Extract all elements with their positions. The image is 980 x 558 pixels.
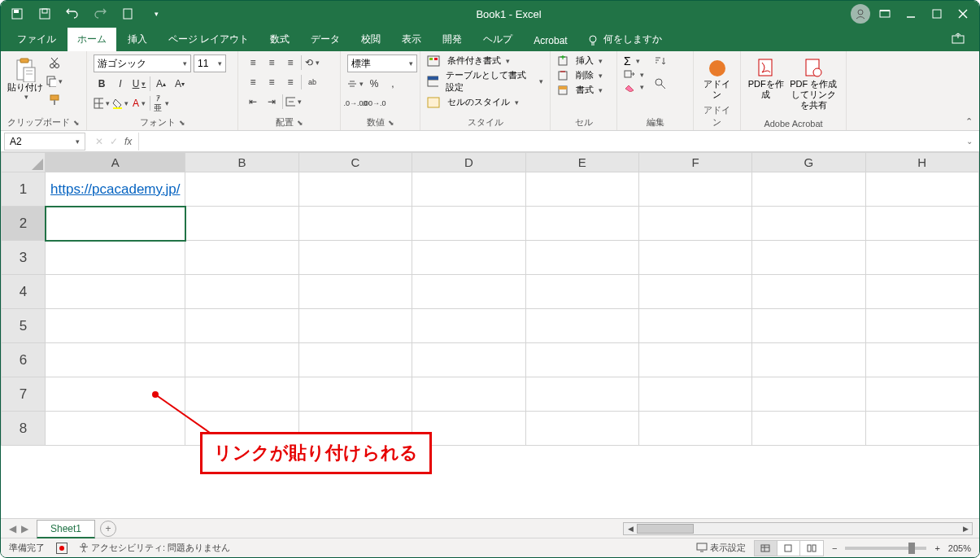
formula-confirm-button[interactable]: ✓	[110, 136, 118, 147]
cell-B1[interactable]	[185, 172, 298, 207]
name-box[interactable]: A2▾	[4, 133, 85, 150]
increase-decimal-button[interactable]: .0→.00	[347, 95, 364, 111]
underline-button[interactable]: U▾	[131, 76, 147, 92]
tab-home[interactable]: ホーム	[68, 28, 116, 51]
tab-view[interactable]: 表示	[392, 28, 431, 51]
horizontal-scrollbar[interactable]: ◀ ▶	[623, 522, 973, 535]
sheet-nav-next[interactable]: ▶	[21, 523, 28, 534]
decrease-font-button[interactable]: A▾	[172, 76, 188, 92]
formula-input[interactable]	[138, 133, 960, 150]
fill-button[interactable]: ▾	[624, 70, 644, 80]
cell-C6[interactable]	[298, 343, 412, 377]
minimize-button[interactable]	[899, 2, 922, 25]
cell-A4[interactable]	[46, 275, 185, 309]
fill-color-button[interactable]: ▾	[112, 95, 128, 111]
comma-button[interactable]: ,	[385, 76, 401, 92]
align-top-button[interactable]: ≡	[245, 54, 261, 71]
clear-button[interactable]: ▾	[624, 82, 644, 92]
cell-F7[interactable]	[638, 377, 751, 412]
page-layout-view-button[interactable]	[777, 541, 800, 556]
tab-page-layout[interactable]: ページ レイアウト	[159, 28, 259, 51]
sheet-tab-sheet1[interactable]: Sheet1	[37, 520, 95, 538]
cell-A7[interactable]	[46, 377, 185, 412]
cell-G8[interactable]	[752, 412, 865, 446]
expand-formula-bar-button[interactable]: ⌄	[960, 137, 979, 146]
cell-H4[interactable]	[865, 275, 978, 309]
cell-styles-button[interactable]: セルのスタイル▾	[427, 96, 519, 108]
wrap-text-button[interactable]: ab	[304, 74, 320, 90]
close-button[interactable]	[952, 2, 974, 25]
cell-E7[interactable]	[525, 377, 638, 412]
cell-C1[interactable]	[298, 172, 412, 207]
align-center-button[interactable]: ≡	[264, 74, 280, 90]
alignment-dialog-launcher[interactable]: ⬊	[297, 119, 303, 127]
cut-button[interactable]	[46, 54, 63, 71]
zoom-out-button[interactable]: −	[832, 543, 837, 553]
cell-B7[interactable]	[185, 377, 298, 412]
cell-H3[interactable]	[865, 241, 978, 275]
save-button[interactable]	[33, 2, 56, 25]
macro-record-button[interactable]	[56, 543, 68, 554]
cell-E8[interactable]	[525, 412, 638, 446]
font-color-button[interactable]: A▾	[131, 95, 147, 111]
create-share-pdf-button[interactable]: PDF を作成してリンクを共有	[787, 54, 839, 111]
borders-button[interactable]: ▾	[94, 95, 110, 111]
row-header-1[interactable]: 1	[2, 172, 46, 207]
cell-B2[interactable]	[185, 207, 298, 241]
row-header-3[interactable]: 3	[2, 241, 46, 275]
row-header-8[interactable]: 8	[2, 412, 46, 446]
align-middle-button[interactable]: ≡	[264, 54, 280, 71]
copy-button[interactable]: ▾	[46, 73, 63, 89]
cell-E3[interactable]	[525, 241, 638, 275]
align-bottom-button[interactable]: ≡	[282, 54, 298, 71]
row-header-5[interactable]: 5	[2, 309, 46, 343]
cell-F2[interactable]	[638, 207, 751, 241]
share-button[interactable]	[943, 28, 973, 51]
row-header-6[interactable]: 6	[2, 343, 46, 377]
cell-H2[interactable]	[865, 207, 978, 241]
merge-button[interactable]: ▾	[285, 94, 302, 110]
cell-G5[interactable]	[752, 309, 865, 343]
autosave-toggle[interactable]	[6, 2, 28, 25]
cell-H7[interactable]	[865, 377, 978, 412]
undo-button[interactable]	[61, 2, 84, 25]
cell-A5[interactable]	[46, 309, 185, 343]
column-header-F[interactable]: F	[638, 153, 751, 172]
number-format-select[interactable]: 標準▾	[347, 54, 417, 72]
normal-view-button[interactable]	[755, 541, 777, 556]
cell-F6[interactable]	[638, 343, 751, 377]
row-header-7[interactable]: 7	[2, 377, 46, 412]
account-avatar[interactable]	[851, 4, 870, 24]
cell-D7[interactable]	[412, 377, 525, 412]
cell-H5[interactable]	[865, 309, 978, 343]
select-all-corner[interactable]	[2, 153, 46, 172]
cell-D6[interactable]	[412, 343, 525, 377]
format-painter-button[interactable]	[46, 92, 63, 108]
find-select-button[interactable]	[652, 76, 669, 92]
cell-G6[interactable]	[752, 343, 865, 377]
cell-E4[interactable]	[525, 275, 638, 309]
cell-H1[interactable]	[865, 172, 978, 207]
new-sheet-button[interactable]: +	[100, 521, 116, 537]
row-header-4[interactable]: 4	[2, 275, 46, 309]
cell-D2[interactable]	[412, 207, 525, 241]
display-settings-button[interactable]: 表示設定	[696, 542, 746, 554]
format-cells-button[interactable]: 書式 ▾	[557, 84, 603, 96]
format-as-table-button[interactable]: テーブルとして書式設定▾	[427, 69, 543, 94]
cell-F8[interactable]	[638, 412, 751, 446]
cell-F5[interactable]	[638, 309, 751, 343]
tab-developer[interactable]: 開発	[433, 28, 472, 51]
tab-file[interactable]: ファイル	[7, 28, 66, 51]
qat-customize-dropdown[interactable]: ▾	[144, 2, 167, 25]
increase-indent-button[interactable]: ⇥	[264, 94, 280, 110]
align-left-button[interactable]: ≡	[245, 74, 261, 90]
paste-button[interactable]: 貼り付け▾	[7, 54, 43, 102]
cell-E5[interactable]	[525, 309, 638, 343]
column-header-A[interactable]: A	[46, 153, 185, 172]
cell-A2[interactable]	[46, 207, 185, 241]
cell-C7[interactable]	[298, 377, 412, 412]
autosum-button[interactable]: Σ ▾	[624, 54, 644, 68]
cell-B6[interactable]	[185, 343, 298, 377]
ribbon-display-options[interactable]	[873, 2, 896, 25]
decrease-decimal-button[interactable]: .00→.0	[366, 95, 382, 111]
